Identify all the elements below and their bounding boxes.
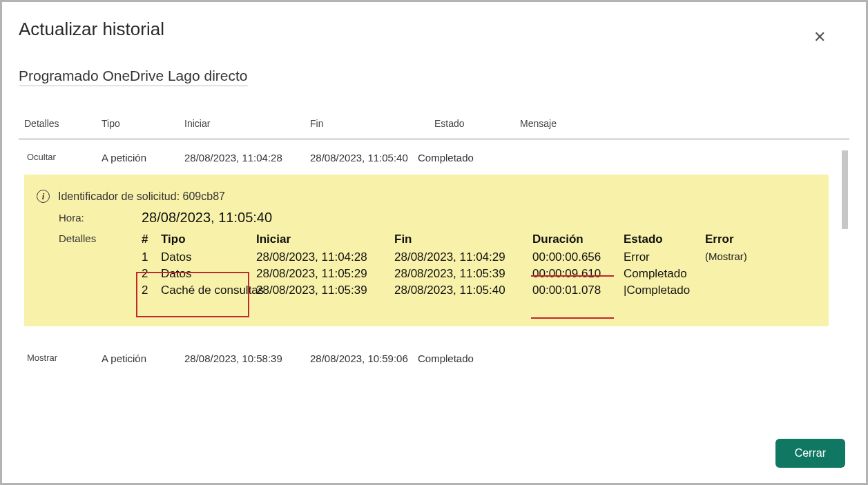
cell-fin: 28/08/2023, 11:05:39 bbox=[394, 267, 532, 281]
cell-num: 2 bbox=[142, 267, 161, 281]
row-fin: 28/08/2023, 10:59:06 bbox=[310, 353, 418, 364]
history-scroll-area: Ocultar A petición 28/08/2023, 11:04:28 … bbox=[19, 139, 849, 408]
cell-est: |Completado bbox=[624, 284, 705, 297]
cell-ini: 28/08/2023, 11:05:39 bbox=[256, 284, 394, 297]
inner-col-duracion: Duración bbox=[532, 232, 624, 246]
cell-fin: 28/08/2023, 11:04:29 bbox=[394, 250, 532, 264]
cell-tipo: Caché de consultas bbox=[161, 284, 256, 297]
details-label: Detalles bbox=[59, 232, 142, 244]
inner-col-fin: Fin bbox=[394, 232, 532, 246]
inner-col-num: # bbox=[142, 232, 161, 246]
cell-num: 2 bbox=[142, 284, 161, 297]
cell-dur: 00:00:09.610 bbox=[532, 267, 624, 281]
request-detail-panel: i Identificador de solicitud: 609cb87 Ho… bbox=[24, 175, 829, 326]
row-fin: 28/08/2023, 11:05:40 bbox=[310, 152, 418, 164]
dataset-name: Programado OneDrive Lago directo bbox=[19, 68, 248, 86]
col-header-estado: Estado bbox=[434, 118, 520, 129]
cell-ini: 28/08/2023, 11:05:29 bbox=[256, 267, 394, 281]
inner-col-iniciar: Iniciar bbox=[256, 232, 394, 246]
row-toggle[interactable]: Ocultar bbox=[19, 152, 102, 164]
inner-table-header: # Tipo Iniciar Fin Duración Estado Error bbox=[142, 232, 813, 246]
row-iniciar: 28/08/2023, 10:58:39 bbox=[184, 353, 310, 364]
cell-dur: 00:00:00.656 bbox=[532, 250, 624, 264]
time-value: 28/08/2023, 11:05:40 bbox=[142, 210, 272, 226]
request-id-value: 609cb87 bbox=[183, 190, 225, 202]
inner-col-estado: Estado bbox=[624, 232, 705, 246]
inner-row: 1 Datos 28/08/2023, 11:04:28 28/08/2023,… bbox=[142, 250, 813, 264]
annotation-underline bbox=[531, 317, 614, 319]
info-icon: i bbox=[37, 190, 50, 203]
cell-err bbox=[705, 284, 767, 297]
col-header-fin: Fin bbox=[310, 118, 434, 129]
row-tipo: A petición bbox=[102, 353, 184, 364]
inner-row: 2 Datos 28/08/2023, 11:05:29 28/08/2023,… bbox=[142, 267, 813, 281]
cell-tipo: Datos bbox=[161, 250, 256, 264]
col-header-mensaje: Mensaje bbox=[520, 118, 658, 129]
cell-est: Error bbox=[624, 250, 705, 264]
history-row: Ocultar A petición 28/08/2023, 11:04:28 … bbox=[19, 139, 849, 172]
row-toggle[interactable]: Mostrar bbox=[19, 353, 102, 364]
cell-err bbox=[705, 267, 767, 281]
history-table-header: Detalles Tipo Iniciar Fin Estado Mensaje bbox=[19, 118, 849, 139]
cell-fin: 28/08/2023, 11:05:40 bbox=[394, 284, 532, 297]
cell-ini: 28/08/2023, 11:04:28 bbox=[256, 250, 394, 264]
error-show-link[interactable]: (Mostrar) bbox=[705, 250, 767, 264]
row-iniciar: 28/08/2023, 11:04:28 bbox=[184, 152, 310, 164]
history-row: Mostrar A petición 28/08/2023, 10:58:39 … bbox=[19, 340, 849, 373]
cell-est: Completado bbox=[624, 267, 705, 281]
close-button[interactable]: Cerrar bbox=[775, 439, 845, 468]
request-id-label: Identificador de solicitud: bbox=[58, 190, 180, 202]
inner-col-error: Error bbox=[705, 232, 767, 246]
time-label: Hora: bbox=[59, 212, 142, 224]
update-history-modal: Actualizar historial ✕ Programado OneDri… bbox=[0, 0, 868, 485]
cell-dur: 00:00:01.078 bbox=[532, 284, 624, 297]
row-tipo: A petición bbox=[102, 152, 184, 164]
row-estado: Completado bbox=[418, 353, 503, 364]
col-header-iniciar: Iniciar bbox=[184, 118, 310, 129]
inner-row: 2 Caché de consultas 28/08/2023, 11:05:3… bbox=[142, 284, 813, 297]
cell-num: 1 bbox=[142, 250, 161, 264]
inner-col-tipo: Tipo bbox=[161, 232, 256, 246]
col-header-detalles: Detalles bbox=[19, 118, 102, 129]
row-estado: Completado bbox=[418, 152, 503, 164]
modal-title: Actualizar historial bbox=[19, 19, 849, 40]
vertical-scrollbar-thumb[interactable] bbox=[842, 150, 848, 229]
col-header-tipo: Tipo bbox=[102, 118, 184, 129]
close-icon[interactable]: ✕ bbox=[813, 28, 826, 46]
cell-tipo: Datos bbox=[161, 267, 256, 281]
